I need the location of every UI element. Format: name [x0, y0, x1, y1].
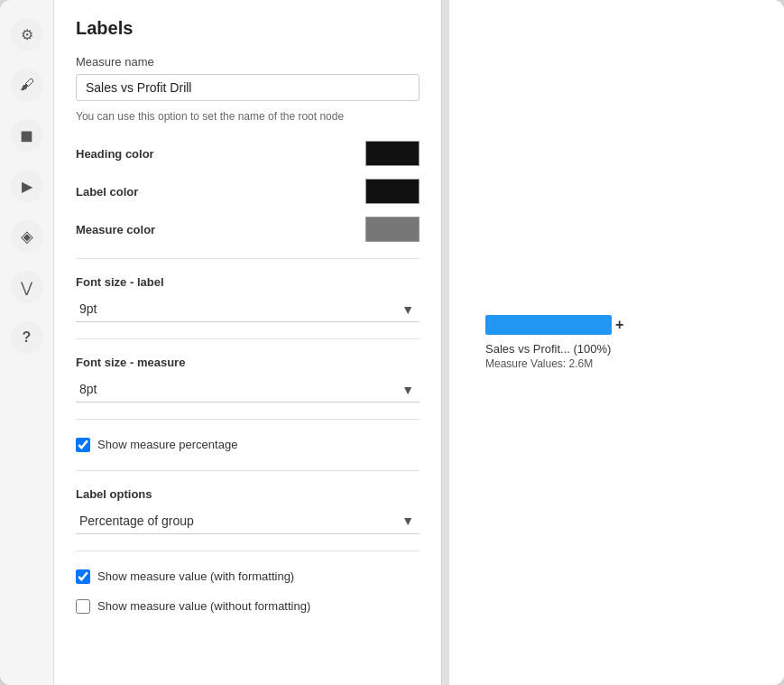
divider-5	[76, 551, 420, 551]
label-color-swatch[interactable]	[365, 179, 420, 204]
chart-label-line2: Measure Values: 2.6M	[485, 357, 593, 370]
label-options-label: Label options	[76, 487, 420, 501]
show-measure-with-format-checkbox[interactable]	[76, 569, 90, 584]
measure-name-label: Measure name	[76, 55, 420, 69]
divider-1	[76, 258, 420, 259]
show-measure-without-format-checkbox[interactable]	[76, 599, 90, 614]
settings-panel: Labels Measure name You can use this opt…	[54, 0, 442, 685]
layers-icon[interactable]: ◈	[11, 220, 43, 253]
paint-roller-icon[interactable]: 🖌	[11, 69, 43, 101]
label-color-label: Label color	[76, 185, 138, 199]
measure-color-row: Measure color	[76, 217, 420, 242]
font-size-label-label: Font size - label	[76, 275, 420, 289]
panel-title: Labels	[76, 18, 420, 39]
show-measure-without-format-label[interactable]: Show measure value (without formatting)	[97, 597, 310, 616]
font-size-measure-select[interactable]: 8pt 9pt 10pt 11pt	[76, 376, 420, 403]
measure-color-swatch[interactable]	[365, 217, 420, 242]
preview-area: + Sales vs Profit... (100%) Measure Valu…	[449, 0, 784, 685]
divider-3	[76, 419, 420, 420]
icon-sidebar: ⚙ 🖌 ◼ ▶ ◈ ⋁ ?	[0, 0, 54, 685]
font-size-label-select[interactable]: 9pt 10pt 11pt 12pt	[76, 296, 420, 322]
font-size-measure-label: Font size - measure	[76, 356, 420, 369]
bookmark-icon[interactable]: ◼	[11, 119, 43, 152]
heading-color-label: Heading color	[76, 147, 154, 161]
label-options-select-wrapper: Percentage of group Percentage of total …	[76, 508, 420, 534]
chart-label-line1: Sales vs Profit... (100%)	[485, 342, 611, 356]
measure-color-label: Measure color	[76, 223, 155, 236]
label-color-row: Label color	[76, 179, 420, 204]
play-icon[interactable]: ▶	[11, 170, 43, 202]
show-measure-percentage-row: Show measure percentage	[76, 436, 420, 454]
show-measure-without-format-row: Show measure value (without formatting)	[76, 597, 420, 616]
hint-text: You can use this option to set the name …	[76, 108, 420, 125]
app-window: ⚙ 🖌 ◼ ▶ ◈ ⋁ ? Labels Measure name You ca…	[0, 0, 784, 685]
settings-icon[interactable]: ⚙	[11, 18, 43, 51]
divider-2	[76, 338, 420, 339]
chart-bar	[485, 315, 612, 335]
show-measure-percentage-checkbox[interactable]	[76, 438, 90, 452]
heading-color-row: Heading color	[76, 141, 420, 166]
measure-name-input[interactable]	[76, 74, 420, 101]
help-icon[interactable]: ?	[11, 321, 43, 354]
chart-bar-row: +	[485, 315, 623, 335]
show-measure-with-format-label[interactable]: Show measure value (with formatting)	[97, 568, 294, 586]
font-size-label-select-wrapper: 9pt 10pt 11pt 12pt ▼	[76, 296, 420, 322]
show-measure-percentage-label[interactable]: Show measure percentage	[97, 436, 237, 454]
label-options-select[interactable]: Percentage of group Percentage of total …	[76, 508, 420, 534]
divider-4	[76, 470, 420, 471]
chart-plus-icon: +	[615, 317, 623, 333]
heading-color-swatch[interactable]	[365, 141, 420, 166]
filter-icon[interactable]: ⋁	[11, 271, 43, 303]
show-measure-with-format-row: Show measure value (with formatting)	[76, 568, 420, 586]
vertical-divider	[442, 0, 449, 685]
font-size-measure-select-wrapper: 8pt 9pt 10pt 11pt ▼	[76, 376, 420, 403]
